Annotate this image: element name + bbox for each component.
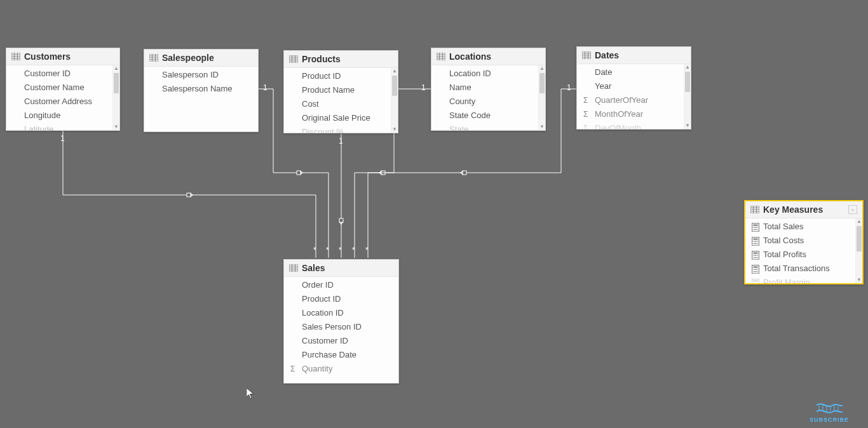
calculator-icon [752, 279, 759, 283]
scroll-up-icon[interactable]: ▲ [391, 68, 398, 74]
column[interactable]: Salesperson Name [144, 82, 258, 96]
svg-point-73 [754, 269, 755, 270]
column[interactable]: Product Name [284, 83, 391, 97]
scrollbar-thumb[interactable] [857, 226, 862, 251]
table-locations[interactable]: Locations Location ID Name County State … [431, 48, 546, 131]
sigma-icon: Σ [583, 108, 588, 121]
scroll-down-icon[interactable]: ▼ [539, 124, 545, 130]
table-header[interactable]: Sales [284, 260, 398, 277]
table-icon [582, 51, 591, 59]
scroll-up-icon[interactable]: ▲ [539, 65, 545, 72]
column[interactable]: Date [577, 65, 684, 79]
dna-icon [815, 403, 843, 415]
table-title: Salespeople [162, 53, 214, 63]
table-products[interactable]: Products Product ID Product Name Cost Or… [283, 50, 398, 133]
table-title: Products [302, 54, 341, 64]
measure[interactable]: Total Transactions [745, 262, 855, 276]
scrollbar[interactable]: ▲ ▼ [391, 68, 398, 133]
scrollbar[interactable]: ▲ ▼ [684, 64, 691, 129]
column[interactable]: Year [577, 79, 684, 93]
column[interactable]: Longitude [6, 109, 112, 123]
column[interactable]: Name [431, 81, 538, 95]
scroll-down-icon[interactable]: ▼ [684, 123, 691, 129]
svg-point-78 [756, 271, 757, 272]
table-title: Sales [302, 263, 325, 273]
table-icon [289, 264, 298, 272]
table-header[interactable]: Salespeople [144, 50, 258, 67]
column[interactable]: Location ID [284, 306, 398, 320]
column[interactable]: State Code [431, 109, 538, 123]
column[interactable]: Customer Name [6, 81, 112, 95]
maximize-icon[interactable]: ▫ [848, 205, 857, 214]
svg-point-77 [755, 271, 756, 272]
table-header[interactable]: Dates [577, 47, 691, 64]
scroll-down-icon[interactable]: ▼ [391, 126, 398, 133]
table-header[interactable]: Products [284, 51, 398, 68]
scrollbar-thumb[interactable] [539, 73, 545, 93]
table-salespeople[interactable]: Salespeople Salesperson ID Salesperson N… [144, 49, 259, 132]
calculator-icon [752, 251, 759, 258]
calculator-icon [752, 265, 759, 272]
svg-rect-2 [339, 218, 343, 222]
column[interactable]: Customer Address [6, 95, 112, 109]
column[interactable]: County [431, 95, 538, 109]
scrollbar[interactable]: ▲ ▼ [855, 218, 862, 283]
table-header[interactable]: Key Measures ▫ [745, 201, 862, 218]
model-canvas[interactable]: 1 * 1 * 1 * 1 * 1 * Customers Customer I… [0, 0, 868, 428]
scrollbar-thumb[interactable] [392, 76, 397, 96]
scroll-down-icon[interactable]: ▼ [113, 124, 119, 130]
column[interactable]: State [431, 123, 538, 130]
svg-point-60 [754, 243, 755, 244]
table-header[interactable]: Locations [431, 48, 545, 65]
sigma-icon: Σ [290, 363, 295, 375]
measure[interactable]: Total Costs [745, 234, 855, 248]
column[interactable]: ΣDayOfMonth [577, 121, 684, 129]
column[interactable]: Customer ID [284, 334, 398, 348]
svg-point-65 [754, 255, 755, 256]
scrollbar[interactable]: ▲ ▼ [538, 65, 545, 130]
column[interactable]: Original Sale Price [284, 111, 391, 125]
table-title: Dates [595, 50, 619, 60]
table-customers[interactable]: Customers Customer ID Customer Name Cust… [6, 48, 120, 131]
measure[interactable]: Total Profits [745, 248, 855, 262]
column[interactable]: ΣMonthOfYear [577, 107, 684, 121]
table-key-measures[interactable]: Key Measures ▫ Total Sales Total Costs [744, 200, 864, 284]
scrollbar[interactable]: ▲ ▼ [112, 65, 119, 130]
svg-point-51 [756, 227, 757, 228]
svg-rect-3 [381, 171, 385, 175]
column[interactable]: Product ID [284, 292, 398, 306]
column[interactable]: Sales Person ID [284, 320, 398, 334]
scrollbar-thumb[interactable] [685, 72, 690, 92]
table-title: Key Measures [763, 204, 823, 215]
column[interactable]: Salesperson ID [144, 68, 258, 82]
scroll-down-icon[interactable]: ▼ [856, 277, 862, 283]
svg-point-58 [755, 241, 756, 242]
table-icon [289, 55, 298, 63]
column[interactable]: ΣQuantity [284, 362, 398, 376]
columns-list: Salesperson ID Salesperson Name [144, 67, 258, 131]
rel-customers-sales[interactable] [63, 131, 316, 258]
table-sales[interactable]: Sales Order ID Product ID Location ID Sa… [283, 259, 399, 384]
column[interactable]: Customer ID [6, 67, 112, 81]
measure[interactable]: Total Sales [745, 220, 855, 234]
column[interactable]: Purchase Date [284, 348, 398, 362]
svg-point-53 [755, 229, 756, 231]
column[interactable]: Product ID [284, 69, 391, 83]
column[interactable]: Cost [284, 97, 391, 111]
column[interactable]: Latitude [6, 123, 112, 130]
svg-point-52 [754, 229, 755, 231]
column[interactable]: ΣQuarterOfYear [577, 93, 684, 107]
scroll-up-icon[interactable]: ▲ [684, 64, 691, 70]
scroll-up-icon[interactable]: ▲ [856, 218, 862, 225]
measure[interactable]: Profit Margin [745, 276, 855, 283]
sigma-icon: Σ [583, 94, 588, 107]
column[interactable]: Discount %... [284, 125, 391, 133]
table-dates[interactable]: Dates Date Year ΣQuarterOfYear ΣMonthOfY… [576, 46, 691, 130]
table-icon [750, 206, 759, 213]
scrollbar-thumb[interactable] [114, 73, 119, 93]
column[interactable]: Order ID [284, 278, 398, 292]
mouse-cursor-icon [247, 388, 254, 399]
column[interactable]: Location ID [431, 67, 538, 81]
scroll-up-icon[interactable]: ▲ [113, 65, 119, 72]
table-header[interactable]: Customers [6, 48, 119, 65]
